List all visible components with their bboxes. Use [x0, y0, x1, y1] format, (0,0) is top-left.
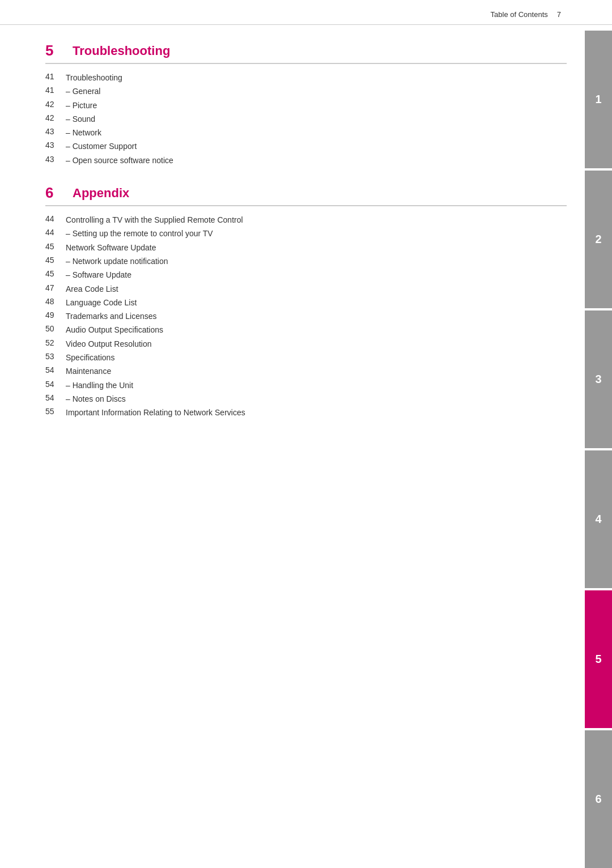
toc-entry: 54– Notes on Discs: [45, 393, 567, 405]
side-tab-number: 4: [595, 513, 601, 526]
toc-page-number: 43: [45, 155, 66, 164]
toc-page-number: 41: [45, 72, 66, 81]
toc-entry: 42– Picture: [45, 100, 567, 111]
toc-page-number: 42: [45, 113, 66, 122]
side-tab-top-spacer: [585, 0, 612, 31]
toc-page-number: 45: [45, 242, 66, 251]
toc-entry: 44Controlling a TV with the Supplied Rem…: [45, 214, 567, 225]
side-tab-number: 6: [595, 793, 601, 806]
toc-entries: 41Troubleshooting41– General42– Picture4…: [45, 72, 567, 166]
toc-entry-text: – Notes on Discs: [66, 393, 126, 405]
section-number: 5: [45, 42, 62, 59]
toc-page-number: 53: [45, 352, 66, 361]
side-tab-number: 1: [595, 93, 601, 106]
toc-entry-text: – Software Update: [66, 269, 131, 280]
section-title: Appendix: [73, 186, 129, 201]
toc-entries: 44Controlling a TV with the Supplied Rem…: [45, 214, 567, 418]
toc-entry: 42– Sound: [45, 113, 567, 125]
toc-entry-text: Troubleshooting: [66, 72, 122, 83]
toc-page-number: 41: [45, 86, 66, 95]
side-tab-6[interactable]: 6: [585, 730, 612, 868]
toc-page-number: 45: [45, 256, 66, 265]
toc-page-number: 55: [45, 407, 66, 416]
toc-page-number: 45: [45, 269, 66, 278]
toc-entry: 45– Software Update: [45, 269, 567, 280]
toc-entry: 55Important Information Relating to Netw…: [45, 407, 567, 418]
main-content: 5Troubleshooting41Troubleshooting41– Gen…: [0, 25, 612, 459]
toc-entry: 43– Open source software notice: [45, 155, 567, 166]
toc-entry-text: Network Software Update: [66, 242, 156, 253]
side-tab-number: 5: [595, 653, 601, 666]
section-section5: 5Troubleshooting41Troubleshooting41– Gen…: [45, 42, 567, 166]
toc-entry: 45– Network update notification: [45, 256, 567, 267]
toc-page-number: 49: [45, 310, 66, 320]
side-tab-number: 3: [595, 373, 601, 386]
toc-entry-text: Audio Output Specifications: [66, 324, 163, 335]
toc-page-number: 54: [45, 380, 66, 389]
toc-page-number: 47: [45, 283, 66, 292]
toc-entry-text: Language Code List: [66, 297, 137, 308]
side-tab-4[interactable]: 4: [585, 450, 612, 588]
page-number: 7: [557, 10, 561, 19]
section-title: Troubleshooting: [73, 44, 170, 58]
side-tab-3[interactable]: 3: [585, 310, 612, 448]
toc-entry: 41Troubleshooting: [45, 72, 567, 83]
side-tab-5[interactable]: 5: [585, 590, 612, 728]
toc-entry-text: – Network: [66, 127, 101, 138]
side-tabs: 123456: [585, 0, 612, 868]
toc-page-number: 43: [45, 127, 66, 136]
toc-entry-text: – Sound: [66, 113, 95, 125]
toc-entry-text: – General: [66, 86, 100, 97]
section-section6: 6Appendix44Controlling a TV with the Sup…: [45, 184, 567, 418]
toc-page-number: 44: [45, 214, 66, 223]
section-title-row: 6Appendix: [45, 184, 567, 206]
toc-entry-text: – Picture: [66, 100, 97, 111]
toc-page-number: 42: [45, 100, 66, 109]
toc-entry: 45Network Software Update: [45, 242, 567, 253]
toc-entry: 43– Network: [45, 127, 567, 138]
toc-page-number: 50: [45, 324, 66, 333]
toc-entry: 52Video Output Resolution: [45, 338, 567, 350]
toc-entry: 50Audio Output Specifications: [45, 324, 567, 335]
toc-entry-text: – Setting up the remote to control your …: [66, 228, 213, 239]
toc-entry-text: Important Information Relating to Networ…: [66, 407, 245, 418]
toc-page-number: 52: [45, 338, 66, 347]
toc-entry: 47Area Code List: [45, 283, 567, 295]
toc-entry-text: – Open source software notice: [66, 155, 173, 166]
toc-entry-text: – Network update notification: [66, 256, 168, 267]
section-number: 6: [45, 184, 62, 202]
toc-entry: 53Specifications: [45, 352, 567, 363]
toc-entry-text: Maintenance: [66, 365, 111, 377]
toc-entry-text: Video Output Resolution: [66, 338, 152, 350]
toc-entry: 43– Customer Support: [45, 141, 567, 152]
toc-entry: 41– General: [45, 86, 567, 97]
toc-page-number: 54: [45, 393, 66, 402]
toc-page-number: 44: [45, 228, 66, 237]
side-tab-number: 2: [595, 233, 601, 246]
toc-entry: 54– Handling the Unit: [45, 380, 567, 391]
toc-page-number: 48: [45, 297, 66, 306]
toc-page-number: 43: [45, 141, 66, 150]
page-header: Table of Contents 7: [0, 0, 612, 25]
toc-entry: 48Language Code List: [45, 297, 567, 308]
side-tab-2[interactable]: 2: [585, 171, 612, 308]
side-tab-1[interactable]: 1: [585, 31, 612, 168]
header-label: Table of Contents: [491, 10, 548, 19]
toc-entry: 49Trademarks and Licenses: [45, 310, 567, 322]
toc-entry-text: – Handling the Unit: [66, 380, 133, 391]
toc-page-number: 54: [45, 365, 66, 375]
toc-entry-text: Area Code List: [66, 283, 118, 295]
toc-entry: 54Maintenance: [45, 365, 567, 377]
toc-entry-text: – Customer Support: [66, 141, 137, 152]
toc-entry: 44– Setting up the remote to control you…: [45, 228, 567, 239]
toc-entry-text: Controlling a TV with the Supplied Remot…: [66, 214, 243, 225]
toc-entry-text: Trademarks and Licenses: [66, 310, 157, 322]
toc-entry-text: Specifications: [66, 352, 114, 363]
section-title-row: 5Troubleshooting: [45, 42, 567, 64]
